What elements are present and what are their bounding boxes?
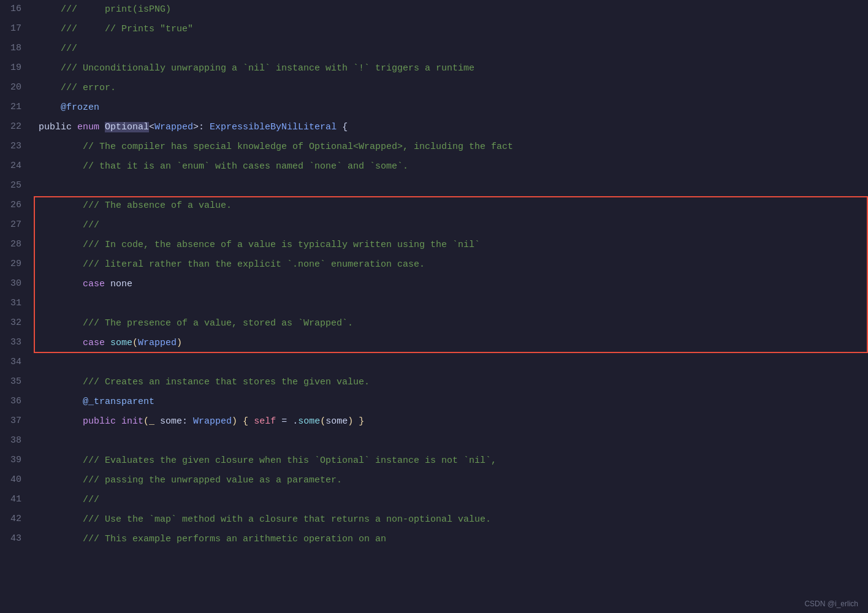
- code-line: 18 ///: [0, 39, 868, 59]
- line-number: 28: [0, 235, 34, 255]
- token: /// Use the `map` method with a closure …: [39, 514, 491, 525]
- assign: =: [276, 416, 292, 427]
- line-content: ///: [34, 39, 868, 59]
- type-expressible: ExpressibleByNilLiteral: [210, 122, 337, 132]
- line-content: ///: [34, 490, 868, 510]
- line-number: 24: [0, 157, 34, 177]
- token: /// The absence of a value.: [39, 200, 232, 211]
- code-line: 32 /// The presence of a value, stored a…: [0, 314, 868, 333]
- param-some: some: [160, 416, 182, 427]
- self-kw: self: [254, 416, 276, 427]
- token: ///: [39, 4, 83, 15]
- code-line: 42 /// Use the `map` method with a closu…: [0, 510, 868, 530]
- line-content: /// Unconditionally unwrapping a `nil` i…: [34, 59, 868, 78]
- code-line: 41 ///: [0, 490, 868, 510]
- line-content: /// passing the unwrapped value as a par…: [34, 471, 868, 490]
- line-content: /// Evaluates the given closure when thi…: [34, 451, 868, 471]
- paren2: (_: [143, 416, 160, 427]
- line-content: /// literal rather than the explicit `.n…: [34, 255, 868, 275]
- code-line: 24 // that it is an `enum` with cases na…: [0, 157, 868, 177]
- code-line: 23 // The compiler has special knowledge…: [0, 137, 868, 157]
- arg-some: some: [326, 416, 348, 427]
- line-content: @_transparent: [34, 392, 868, 412]
- line-number: 37: [0, 412, 34, 432]
- token: /// This example performs an arithmetic …: [39, 534, 386, 544]
- token: print(isPNG): [83, 4, 171, 15]
- line-number: 32: [0, 314, 34, 333]
- watermark-text: CSDN @i_erlich: [804, 600, 858, 608]
- generic-close: >:: [193, 122, 210, 132]
- line-content: /// error.: [34, 78, 868, 98]
- code-line: 19 /// Unconditionally unwrapping a `nil…: [0, 59, 868, 78]
- line-content: /// Use the `map` method with a closure …: [34, 510, 868, 530]
- token: /// Evaluates the given closure when thi…: [39, 455, 497, 466]
- line-content: // that it is an `enum` with cases named…: [34, 157, 868, 177]
- colon: :: [182, 416, 193, 427]
- token: /// The presence of a value, stored as `…: [39, 318, 353, 329]
- line-number: 39: [0, 451, 34, 471]
- code-line: 22public enum Optional<Wrapped>: Express…: [0, 118, 868, 137]
- line-number: 33: [0, 333, 34, 353]
- line-content: [34, 294, 868, 314]
- line-number: 35: [0, 373, 34, 392]
- code-line: 34: [0, 353, 868, 373]
- token: /// In code, the absence of a value is t…: [39, 240, 480, 250]
- line-number: 42: [0, 510, 34, 530]
- line-content: ///: [34, 216, 868, 235]
- token: ///: [39, 220, 99, 230]
- code-line: 38: [0, 432, 868, 451]
- line-content: /// // Prints "true": [34, 20, 868, 39]
- line-content: /// print(isPNG): [34, 0, 868, 20]
- token: /// Creates an instance that stores the …: [39, 377, 370, 387]
- paren3: ) {: [232, 416, 254, 427]
- line-content: case none: [34, 275, 868, 294]
- keyword-init: init: [121, 416, 143, 427]
- code-line: 20 /// error.: [0, 78, 868, 98]
- code-line: 40 /// passing the unwrapped value as a …: [0, 471, 868, 490]
- paren-close: ): [177, 338, 182, 348]
- method-some: some: [110, 338, 132, 348]
- code-line: 31: [0, 294, 868, 314]
- keyword-public: public: [39, 122, 77, 132]
- line-content: /// In code, the absence of a value is t…: [34, 235, 868, 255]
- line-content: @frozen: [34, 98, 868, 118]
- case-none: none: [110, 279, 132, 289]
- line-number: 18: [0, 39, 34, 59]
- code-editor: 16 /// print(isPNG)17 /// // Prints "tru…: [0, 0, 868, 549]
- token: // The compiler has special knowledge of…: [39, 142, 513, 152]
- generic-bracket: <: [149, 122, 154, 132]
- paren5: ) }: [348, 416, 364, 427]
- type-wrapped3: Wrapped: [193, 416, 232, 427]
- code-line: 17 /// // Prints "true": [0, 20, 868, 39]
- token: /// passing the unwrapped value as a par…: [39, 475, 342, 485]
- line-number: 38: [0, 432, 34, 451]
- token: ///: [39, 24, 83, 34]
- code-line: 29 /// literal rather than the explicit …: [0, 255, 868, 275]
- code-line: 25: [0, 177, 868, 196]
- type-optional: Optional: [105, 122, 149, 132]
- line-number: 34: [0, 353, 34, 373]
- line-number: 20: [0, 78, 34, 98]
- line-content: /// This example performs an arithmetic …: [34, 530, 868, 549]
- line-content: /// The presence of a value, stored as `…: [34, 314, 868, 333]
- paren4: (: [320, 416, 326, 427]
- line-content: [34, 177, 868, 196]
- line-number: 43: [0, 530, 34, 549]
- code-line: 37 public init(_ some: Wrapped) { self =…: [0, 412, 868, 432]
- keyword-case: case: [39, 279, 110, 289]
- line-number: 40: [0, 471, 34, 490]
- token: // that it is an `enum` with cases named…: [39, 161, 408, 172]
- code-line: 39 /// Evaluates the given closure when …: [0, 451, 868, 471]
- line-number: 16: [0, 0, 34, 20]
- token: @frozen: [39, 102, 99, 113]
- code-line: 33 case some(Wrapped): [0, 333, 868, 353]
- line-number: 22: [0, 118, 34, 137]
- type-wrapped: Wrapped: [154, 122, 193, 132]
- line-content: [34, 432, 868, 451]
- brace-open: {: [337, 122, 348, 132]
- line-number: 26: [0, 196, 34, 216]
- method-some2: some: [298, 416, 320, 427]
- code-line: 27 ///: [0, 216, 868, 235]
- line-content: /// Creates an instance that stores the …: [34, 373, 868, 392]
- paren-open: (: [132, 338, 138, 348]
